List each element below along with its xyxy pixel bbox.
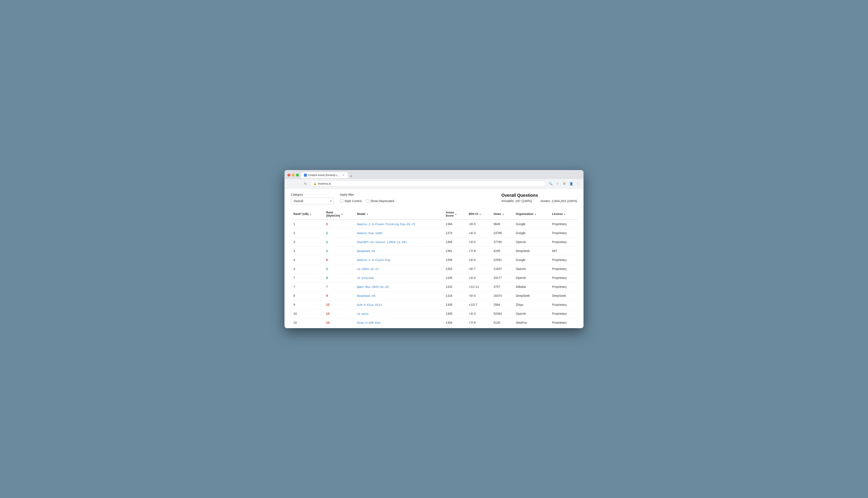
category-label: Category — [291, 193, 334, 196]
cell-votes-6: 33177 — [491, 273, 513, 282]
new-tab-button[interactable]: + — [348, 174, 354, 178]
bookmark-icon[interactable]: ☆ — [554, 181, 560, 187]
cell-model-9[interactable]: GLM-4-Plus-0111 — [354, 300, 443, 309]
cell-ci-5: +6/-7 — [466, 264, 491, 273]
show-deprecated-checkbox-item[interactable]: Show Deprecated — [366, 199, 394, 203]
cell-model-3[interactable]: DeepSeek-R1 — [354, 247, 443, 255]
col-arena-score[interactable]: ArenaScore ▲ — [443, 209, 466, 220]
extensions-icon[interactable]: ⧉ — [561, 181, 567, 187]
cell-license-6: Proprietary — [550, 273, 577, 282]
stats-row: #models: 197 (100%) #votes: 2,604,203 (1… — [501, 199, 577, 203]
cell-ci-0: +6/-5 — [466, 220, 491, 229]
cell-votes-3: 4195 — [491, 247, 513, 255]
cell-score-4: 1356 — [443, 255, 466, 264]
col-organization[interactable]: Organization ▲ — [513, 209, 550, 220]
model-link-10[interactable]: o1-mini — [357, 312, 369, 316]
cell-rank-ub-3: 3 — [291, 247, 323, 255]
cell-rank-ub-7: 7 — [291, 282, 323, 291]
col-license[interactable]: License ▲ — [550, 209, 577, 220]
address-bar[interactable]: 🔒 lmarena.ai — [310, 181, 546, 186]
cell-votes-9: 2584 — [491, 300, 513, 309]
profile-icon[interactable]: 👤 — [568, 181, 574, 187]
tab-close-button[interactable]: ✕ — [342, 173, 345, 177]
nav-bar: ← → ↻ 🔒 lmarena.ai 🔍 ☆ ⧉ 👤 ⋮ — [284, 179, 584, 188]
cell-ci-2: +3/-4 — [466, 237, 491, 247]
sort-icon-votes: ▲ — [502, 213, 504, 215]
cell-model-4[interactable]: Gemini-2.0-Flash-Exp — [354, 255, 443, 264]
cell-license-7: Proprietary — [550, 282, 577, 291]
tab-title: Chatbot Arena (formerly LMS... — [308, 174, 340, 177]
cell-org-6: OpenAI — [513, 273, 550, 282]
model-link-3[interactable]: DeepSeek-R1 — [357, 250, 375, 253]
category-select[interactable]: OverallCodingMathCreative WritingInstruc… — [291, 198, 334, 205]
model-link-9[interactable]: GLM-4-Plus-0111 — [357, 303, 382, 306]
cell-rank-style-2: 1 — [323, 237, 355, 247]
model-link-11[interactable]: Step-2-16K-Exp — [357, 321, 380, 324]
menu-icon[interactable]: ⋮ — [575, 181, 581, 187]
cell-score-10: 1305 — [443, 309, 466, 318]
traffic-lights — [288, 174, 299, 176]
style-control-checkbox[interactable] — [340, 199, 343, 202]
search-icon[interactable]: 🔍 — [548, 181, 553, 187]
cell-model-11[interactable]: Step-2-16K-Exp — [354, 318, 443, 324]
col-votes[interactable]: Votes ▲ — [491, 209, 513, 220]
model-link-5[interactable]: o1-2024-12-17 — [357, 267, 379, 271]
cell-ci-4: +4/-4 — [466, 255, 491, 264]
cell-votes-7: 2757 — [491, 282, 513, 291]
col-model[interactable]: Model ▲ — [354, 209, 443, 220]
sort-icon-model: ▲ — [366, 213, 368, 215]
cell-votes-0: 9649 — [491, 220, 513, 229]
reload-button[interactable]: ↻ — [303, 181, 308, 187]
table-row: 12Gemini-2.0-Flash-Thinking-Exp-01-21138… — [291, 220, 577, 229]
cell-votes-11: 5126 — [491, 318, 513, 324]
back-button[interactable]: ← — [287, 181, 293, 187]
model-link-1[interactable]: Gemini-Exp-1206 — [357, 232, 382, 235]
active-tab[interactable]: Chatbot Arena (formerly LMS... ✕ — [301, 172, 348, 178]
model-link-6[interactable]: o1-preview — [357, 276, 373, 280]
cell-model-6[interactable]: o1-preview — [354, 273, 443, 282]
table-wrapper[interactable]: Rank* (UB) ▲ Rank(StyleCtrl) ▲ — [291, 209, 577, 324]
table-row: 31DeepSeek-R11361+7/-84195DeepSeekMIT — [291, 247, 577, 255]
cell-rank-style-9: 12 — [323, 300, 355, 309]
table-row: 21Gemini-Exp-12061373+4/-323766GooglePro… — [291, 228, 577, 237]
cell-org-4: Google — [513, 255, 550, 264]
close-button[interactable] — [288, 174, 290, 176]
forward-button[interactable]: → — [295, 181, 301, 187]
cell-score-3: 1361 — [443, 247, 466, 255]
col-ci[interactable]: 95% CI ▲ — [466, 209, 491, 220]
votes-stat: #votes: 2,604,203 (100%) — [540, 199, 577, 203]
cell-rank-style-6: 5 — [323, 273, 355, 282]
cell-org-8: DeepSeek — [513, 291, 550, 300]
model-link-8[interactable]: DeepSeek-V3 — [357, 294, 375, 298]
cell-model-7[interactable]: Qwen-Max-2025-01-25 — [354, 282, 443, 291]
style-control-checkbox-item[interactable]: Style Control — [340, 199, 361, 203]
sort-icon-org: ▲ — [534, 213, 537, 215]
cell-votes-1: 23766 — [491, 228, 513, 237]
cell-score-6: 1335 — [443, 273, 466, 282]
minimize-button[interactable] — [292, 174, 295, 176]
title-bar: Chatbot Arena (formerly LMS... ✕ + — [284, 170, 584, 179]
category-select-wrapper: OverallCodingMathCreative WritingInstruc… — [291, 198, 334, 205]
table-row: 1013Step-2-16K-Exp1304+7/-65126StepFunPr… — [291, 318, 577, 324]
maximize-button[interactable] — [296, 174, 299, 176]
cell-ci-9: +12/-7 — [466, 300, 491, 309]
model-link-0[interactable]: Gemini-2.0-Flash-Thinking-Exp-01-21 — [357, 223, 415, 226]
cell-model-0[interactable]: Gemini-2.0-Flash-Thinking-Exp-01-21 — [354, 220, 443, 229]
cell-model-5[interactable]: o1-2024-12-17 — [354, 264, 443, 273]
cell-rank-style-3: 1 — [323, 247, 355, 255]
col-rank-stylectrl[interactable]: Rank(StyleCtrl) ▲ — [323, 209, 355, 220]
cell-model-2[interactable]: ChatGPT-4o-latest (2024-11-20) — [354, 237, 443, 247]
cell-rank-ub-9: 9 — [291, 300, 323, 309]
model-link-2[interactable]: ChatGPT-4o-latest (2024-11-20) — [357, 241, 407, 244]
tabs-row: Chatbot Arena (formerly LMS... ✕ + — [301, 172, 354, 178]
apply-filter-label: Apply filter — [340, 193, 394, 196]
col-rank-ub[interactable]: Rank* (UB) ▲ — [291, 209, 323, 220]
model-link-4[interactable]: Gemini-2.0-Flash-Exp — [357, 259, 390, 262]
cell-license-1: Proprietary — [550, 228, 577, 237]
checkbox-row: Style Control Show Deprecated — [340, 198, 394, 205]
cell-model-1[interactable]: Gemini-Exp-1206 — [354, 228, 443, 237]
cell-model-8[interactable]: DeepSeek-V3 — [354, 291, 443, 300]
model-link-7[interactable]: Qwen-Max-2025-01-25 — [357, 286, 388, 289]
show-deprecated-checkbox[interactable] — [366, 199, 369, 202]
cell-model-10[interactable]: o1-mini — [354, 309, 443, 318]
